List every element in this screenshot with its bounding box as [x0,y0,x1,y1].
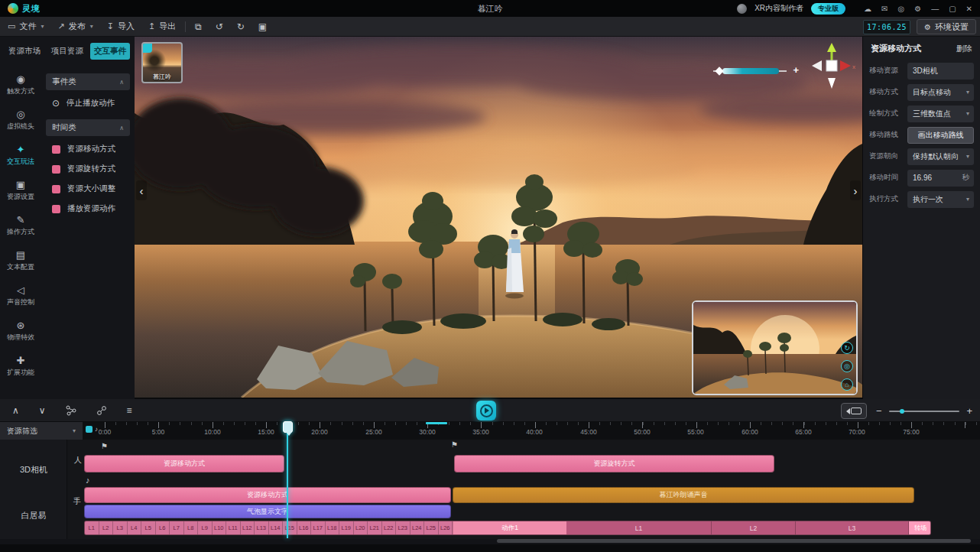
strip-segment[interactable]: L23 [396,521,410,534]
strip-segment[interactable]: L8 [184,521,199,534]
strip-segment[interactable]: L14 [269,521,284,534]
node-graph-icon[interactable] [66,405,76,416]
strip-segment[interactable]: L2 [99,521,114,534]
strip-segment[interactable]: L16 [297,521,312,534]
timeline-clip[interactable]: 资源移动方式 [84,487,451,503]
strip-segment[interactable]: L5 [141,521,156,534]
strip-segment[interactable]: L4 [128,521,142,534]
tab-1[interactable]: 资源市场 [5,43,44,60]
settings-gear-icon[interactable]: ⚙ [914,5,921,13]
playhead-line[interactable] [287,422,288,538]
property-button-control[interactable]: 画出移动路线 [907,127,974,144]
animation-strip[interactable]: L1L2L3L4L5L6L7L8L9L10L11L12L13L14L15L16L… [84,521,931,535]
event-item[interactable]: 播放资源动作 [41,199,135,219]
strip-segment[interactable]: L1 [85,521,99,534]
collapse-down-icon[interactable]: ∨ [39,405,46,416]
track-label-character[interactable]: 白居易 [0,510,67,521]
sidebar-item-7[interactable]: ◁声音控制 [0,278,41,313]
strip-segment[interactable]: L24 [410,521,425,534]
property-select-control[interactable]: 保持默认朝向 [907,148,974,165]
track-label-camera[interactable]: 3D相机 [0,464,67,476]
play-button[interactable] [476,401,496,420]
strip-segment[interactable]: L15 [283,521,297,534]
viewport-slider[interactable]: + [713,66,799,76]
delete-event-button[interactable]: 删除 [956,44,972,54]
viewport[interactable]: 暮江吟 ‹ › + x [135,37,862,398]
sidebar-item-8[interactable]: ⊛物理特效 [0,313,41,349]
strip-segment[interactable]: L3 [796,521,909,534]
transform-gizmo[interactable]: x [807,41,856,90]
tab-2[interactable]: 项目资源 [47,43,87,60]
pip-rotate-icon[interactable]: ↻ [841,342,853,354]
sidebar-item-5[interactable]: ✎操作方式 [0,208,41,243]
collapse-up-icon[interactable]: ∧ [12,405,19,416]
strip-segment[interactable]: L9 [198,521,213,534]
event-item[interactable]: 资源旋转方式 [41,159,135,179]
property-box-control[interactable]: 3D相机 [907,63,974,80]
check-circle-icon[interactable]: ◎ [897,5,904,13]
strip-segment[interactable]: L6 [156,521,170,534]
redo-icon[interactable]: ↻ [237,21,245,32]
sidebar-item-1[interactable]: ◉触发方式 [0,67,41,102]
timeline-ruler[interactable]: ♪ 0:005:0010:0015:0020:0025:0030:0035:00… [83,422,980,440]
slider-handle[interactable] [715,67,723,75]
slider-plus-icon[interactable]: + [793,64,799,76]
playhead-handle[interactable] [283,421,293,433]
minimize-icon[interactable]: — [931,5,939,13]
message-icon[interactable]: ✉ [881,5,888,13]
property-select-control[interactable]: 执行一次 [907,191,974,208]
keyframe-flag2-icon[interactable]: ⚑ [451,441,458,449]
timeline-scrollbar[interactable] [497,539,971,543]
pip-focus-icon[interactable]: ◎ [841,360,853,372]
scene-thumbnail[interactable]: 暮江吟 [141,42,183,83]
cloud-sync-icon[interactable]: ☁ [864,5,871,13]
strip-segment[interactable]: L18 [326,521,340,534]
zoom-out-icon[interactable]: − [876,405,882,417]
strip-segment[interactable]: L7 [170,521,184,534]
import-button[interactable]: ↧导入 [107,21,135,32]
strip-segment[interactable]: L20 [354,521,368,534]
timeline-clip[interactable]: 资源移动方式 [84,455,284,472]
tab-3[interactable]: 交互事件 [90,43,130,60]
sidebar-item-2[interactable]: ◎虚拟镜头 [0,102,41,138]
keyframe-flag-icon[interactable]: ⚑ [101,443,108,450]
property-number-control[interactable]: 16.96秒 [907,170,974,187]
camera-view-button[interactable] [841,403,867,419]
viewport-next-arrow[interactable]: › [850,180,861,200]
strip-segment[interactable]: L13 [255,521,269,534]
strip-segment[interactable]: L22 [382,521,397,534]
property-select-control[interactable]: 目标点移动 [907,84,974,101]
event-item[interactable]: 资源移动方式 [41,139,135,159]
gizmo-left-arrow[interactable] [812,60,822,71]
file-menu[interactable]: ▭文件 [8,21,44,32]
strip-segment[interactable]: L19 [339,521,354,534]
strip-segment[interactable]: L10 [213,521,227,534]
save-icon[interactable]: ▣ [258,21,267,32]
strip-segment[interactable]: 转场 [909,521,931,534]
property-select-control[interactable]: 三维数值点 [907,106,974,122]
strip-segment[interactable]: L11 [226,521,241,534]
publish-menu[interactable]: ↗发布 [57,21,92,32]
sidebar-item-9[interactable]: ✚扩展功能 [0,349,41,384]
strip-segment[interactable]: L26 [439,521,453,534]
strip-segment[interactable]: L17 [311,521,326,534]
sidebar-item-6[interactable]: ▤文本配置 [0,243,41,278]
strip-segment[interactable]: L21 [368,521,382,534]
strip-segment[interactable]: L1 [566,521,712,534]
timeline-clip[interactable]: 资源旋转方式 [454,455,774,472]
event-item[interactable]: ⊙停止播放动作 [41,93,135,113]
strip-segment[interactable]: 动作1 [453,521,566,534]
resource-filter-dropdown[interactable]: 资源筛选 ▾ [0,422,83,440]
sidebar-item-4[interactable]: ▣资源设置 [0,173,41,208]
event-item[interactable]: 资源大小调整 [41,179,135,199]
node-link-icon[interactable] [96,405,107,416]
user-avatar[interactable] [737,4,747,14]
strip-segment[interactable]: L2 [712,521,796,534]
pip-home-icon[interactable]: ⌂ [841,378,853,391]
undo-icon[interactable]: ↺ [216,21,223,32]
strip-segment[interactable]: L3 [113,521,128,534]
picture-in-picture-view[interactable]: ↻◎⌂ [692,300,858,395]
zoom-slider-handle[interactable] [900,409,904,414]
group-header-1[interactable]: 事件类∧ [46,73,130,90]
gizmo-x-axis[interactable] [840,60,851,71]
